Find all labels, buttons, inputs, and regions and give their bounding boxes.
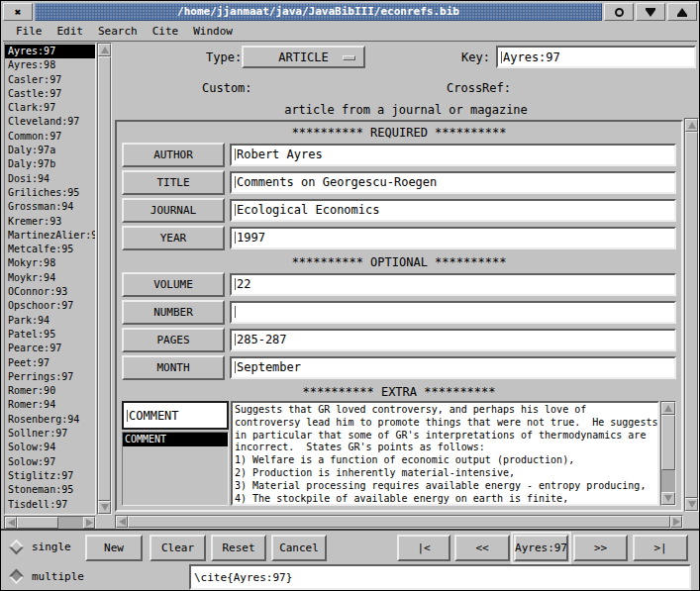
sidebar-scroll-right-arrow[interactable]: [83, 517, 95, 529]
list-item[interactable]: Rosenberg:94: [5, 413, 95, 427]
lower-window-button[interactable]: [636, 3, 665, 21]
list-item[interactable]: Park:94: [5, 314, 95, 328]
form-hscroll-trough[interactable]: [128, 516, 670, 528]
list-item[interactable]: Castle:97: [5, 87, 95, 101]
form-vscroll-thumb[interactable]: [685, 132, 698, 498]
list-item[interactable]: Ayres:98: [5, 58, 95, 72]
comment-textarea[interactable]: Suggests that GR loved controversy, and …: [231, 401, 659, 506]
menu-edit[interactable]: Edit: [57, 25, 84, 38]
list-item[interactable]: Romer:90: [5, 384, 95, 398]
reset-button[interactable]: Reset: [211, 535, 266, 561]
sidebar-vscroll-thumb[interactable]: [98, 56, 111, 501]
cite-command-field[interactable]: \cite{Ayres:97}: [189, 564, 691, 590]
menu-cite[interactable]: Cite: [152, 25, 179, 38]
volume-label-button[interactable]: VOLUME: [122, 272, 225, 297]
list-item[interactable]: COMMENT: [123, 433, 228, 446]
list-item[interactable]: Stoneman:95: [5, 483, 95, 497]
cancel-button[interactable]: Cancel: [271, 535, 327, 561]
list-item[interactable]: OConnor:93: [5, 285, 95, 299]
close-button[interactable]: ✖: [3, 3, 33, 21]
circle-button[interactable]: [604, 3, 634, 21]
year-label-button[interactable]: YEAR: [122, 226, 225, 250]
list-item[interactable]: Solow:94: [5, 441, 95, 454]
list-item[interactable]: Peet:97: [5, 356, 95, 370]
menu-search[interactable]: Search: [98, 25, 138, 38]
form-vscroll-trough[interactable]: [685, 132, 698, 498]
new-button[interactable]: New: [85, 535, 143, 561]
list-item[interactable]: Clark:97: [5, 101, 95, 115]
mode-single-radio[interactable]: single: [11, 541, 71, 553]
sidebar-hscroll-thumb[interactable]: [17, 517, 58, 529]
extra-field-name-list: COMMENT: [122, 432, 229, 506]
extra-section-header: ********** EXTRA **********: [117, 385, 681, 400]
triangle-up-icon: [688, 122, 696, 129]
sidebar-vscroll-trough[interactable]: [98, 56, 111, 501]
list-item[interactable]: Moykr:94: [5, 271, 95, 285]
list-item[interactable]: Daly:97b: [5, 157, 95, 171]
title-field[interactable]: Comments on Georgescu-Roegen: [230, 171, 676, 194]
list-item[interactable]: Ayres:97: [5, 45, 95, 58]
sidebar-hscroll-trough[interactable]: [17, 517, 83, 529]
journal-label-button[interactable]: JOURNAL: [122, 198, 225, 223]
comment-vscroll-trough[interactable]: [661, 415, 675, 492]
nav-current-button[interactable]: Ayres:97: [514, 535, 568, 561]
month-label-button[interactable]: MONTH: [122, 355, 225, 380]
menu-window[interactable]: Window: [193, 25, 233, 38]
author-field[interactable]: Robert Ayres: [230, 144, 676, 166]
list-item[interactable]: Casler:97: [5, 73, 95, 87]
list-item[interactable]: Patel:95: [5, 328, 95, 342]
sidebar-scroll-left-arrow[interactable]: [5, 517, 17, 529]
list-item[interactable]: Opschoor:97: [5, 299, 95, 313]
list-item[interactable]: Kremer:93: [5, 215, 95, 229]
nav-first-button[interactable]: |<: [397, 535, 450, 561]
nav-last-button[interactable]: >|: [633, 535, 688, 561]
volume-field[interactable]: 22: [230, 273, 676, 296]
nav-next-button[interactable]: >>: [573, 535, 628, 561]
list-item[interactable]: Solow:97: [5, 455, 95, 469]
list-item[interactable]: Mokyr:98: [5, 256, 95, 270]
list-item[interactable]: MartinezAlier:9: [5, 229, 95, 243]
list-item[interactable]: Dosi:94: [5, 172, 95, 186]
raise-window-button[interactable]: [667, 3, 697, 21]
comment-scroll-up-arrow[interactable]: [661, 402, 675, 415]
number-label-button[interactable]: NUMBER: [122, 300, 225, 325]
month-field[interactable]: September: [230, 356, 676, 379]
list-item[interactable]: Griliches:95: [5, 186, 95, 200]
form-scroll-left-arrow[interactable]: [116, 516, 128, 528]
form-scroll-down-arrow[interactable]: [685, 498, 698, 511]
pages-field[interactable]: 285-287: [230, 329, 676, 351]
comment-vscroll-thumb[interactable]: [661, 415, 675, 470]
author-label-button[interactable]: AUTHOR: [122, 143, 225, 167]
form-scroll-right-arrow[interactable]: [670, 516, 682, 528]
list-item[interactable]: Common:97: [5, 130, 95, 144]
window-title[interactable]: /home/jjanmaat/java/JavaBibIII/econrefs.…: [35, 3, 602, 21]
journal-field[interactable]: Ecological Economics: [230, 199, 676, 222]
list-item[interactable]: Perrings:97: [5, 370, 95, 384]
pages-label-button[interactable]: PAGES: [122, 328, 225, 352]
sidebar-scroll-up-arrow[interactable]: [98, 44, 111, 56]
list-item[interactable]: Sollner:97: [5, 427, 95, 441]
title-label-button[interactable]: TITLE: [122, 170, 225, 195]
type-option-menu[interactable]: ARTICLE: [242, 46, 365, 68]
year-field[interactable]: 1997: [230, 227, 676, 249]
extra-field-name-input[interactable]: COMMENT: [122, 401, 229, 430]
nav-previous-button[interactable]: <<: [454, 535, 510, 561]
form-hscroll-thumb[interactable]: [128, 516, 670, 528]
clear-button[interactable]: Clear: [150, 535, 206, 561]
comment-scroll-down-arrow[interactable]: [661, 492, 675, 505]
list-item[interactable]: Tisdell:97: [5, 498, 95, 512]
list-item[interactable]: Grossman:94: [5, 200, 95, 214]
list-item[interactable]: Daly:97a: [5, 144, 95, 157]
list-item[interactable]: Stiglitz:97: [5, 469, 95, 483]
number-field[interactable]: [230, 301, 676, 324]
close-icon: ✖: [15, 6, 22, 19]
list-item[interactable]: Metcalfe:95: [5, 243, 95, 256]
list-item[interactable]: Pearce:97: [5, 342, 95, 355]
list-item[interactable]: Cleveland:97: [5, 115, 95, 129]
key-field[interactable]: Ayres:97: [496, 46, 696, 68]
form-scroll-up-arrow[interactable]: [685, 119, 698, 132]
sidebar-scroll-down-arrow[interactable]: [98, 501, 111, 514]
mode-multiple-radio[interactable]: multiple: [11, 570, 84, 583]
list-item[interactable]: Romer:94: [5, 398, 95, 412]
menu-file[interactable]: File: [16, 25, 43, 38]
